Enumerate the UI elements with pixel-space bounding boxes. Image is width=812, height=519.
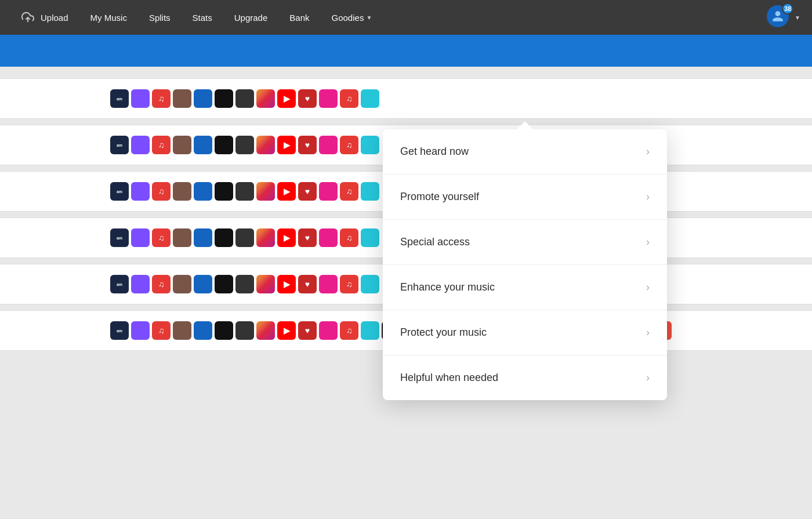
platform-icon-yt: ▶ [277, 182, 296, 201]
platform-icon-amazon: am [110, 136, 129, 154]
avatar-container[interactable]: 38 [767, 5, 791, 30]
platform-icons: am ♫ ▶ ♥ ♫ [110, 89, 379, 108]
platform-icon-beat [215, 275, 233, 293]
platform-icon-beat [215, 321, 233, 340]
platform-icon-k2 [361, 89, 379, 108]
dropdown-item-helpful-when-needed[interactable]: Helpful when needed › [383, 355, 667, 400]
dropdown-arrow [517, 121, 533, 129]
goodies-label: Goodies [332, 13, 364, 23]
platform-icon-mix [173, 182, 191, 201]
platform-icon-amazon: am [110, 182, 129, 201]
dropdown-item-special-access[interactable]: Special access › [383, 220, 667, 265]
platform-icon-apple: ♫ [152, 182, 171, 201]
platform-icon-insta [256, 136, 275, 154]
dropdown-chevron-icon: › [646, 236, 650, 248]
platform-icon-k1 [319, 321, 338, 340]
platform-icon-amazon: am [110, 228, 129, 247]
dropdown-item-protect-your-music[interactable]: Protect your music › [383, 310, 667, 355]
main-content: am ♫ ▶ ♥ ♫ am ♫ [0, 67, 812, 519]
dropdown-item-label: Enhance your music [400, 281, 495, 293]
platform-icon-apple2: ♫ [340, 89, 358, 108]
upload-nav-item[interactable]: Upload [12, 5, 77, 30]
dropdown-item-label: Special access [400, 236, 470, 248]
blue-banner [0, 35, 812, 67]
splits-nav-item[interactable]: Splits [141, 8, 179, 27]
platform-icon-k2 [361, 228, 379, 247]
platform-icon-yt: ▶ [277, 321, 296, 340]
platform-icon-mix [173, 228, 191, 247]
goodies-dropdown-menu: Get heard now › Promote yourself › Speci… [383, 129, 667, 400]
stats-label: Stats [193, 13, 212, 23]
platform-icon-yt: ▶ [277, 136, 296, 154]
platform-icon-dark2 [235, 136, 254, 154]
platform-icon-k2 [361, 321, 379, 340]
dropdown-item-promote-yourself[interactable]: Promote yourself › [383, 175, 667, 220]
stats-nav-item[interactable]: Stats [184, 8, 220, 27]
my-music-label: My Music [90, 13, 127, 23]
dropdown-chevron-icon: › [646, 372, 650, 384]
platform-icon-sc [131, 182, 150, 201]
platform-icon-mix [173, 136, 191, 154]
platform-icon-apple: ♫ [152, 275, 171, 293]
dropdown-item-label: Get heard now [400, 146, 469, 158]
dropdown-chevron-icon: › [646, 281, 650, 293]
platform-icon-dark5 [235, 275, 254, 293]
platform-icon-beat [215, 182, 233, 201]
platform-icon-ih: ♥ [298, 228, 317, 247]
dropdown-item-label: Promote yourself [400, 191, 479, 203]
platform-icon-amazon: am [110, 321, 129, 340]
platform-icon-band [194, 136, 212, 154]
platform-icon-k1 [319, 182, 338, 201]
dropdown-chevron-icon: › [646, 146, 650, 158]
goodies-chevron-icon: ▼ [366, 14, 372, 21]
upgrade-label: Upgrade [234, 13, 268, 23]
platform-icon-band [194, 228, 212, 247]
avatar-nav-wrapper[interactable]: 38 ▼ [762, 5, 800, 30]
platform-icon-beat [215, 136, 233, 154]
platform-icon-sc [131, 89, 150, 108]
platform-icon-k2 [361, 182, 379, 201]
platform-icon-band [194, 321, 212, 340]
avatar-badge: 38 [782, 3, 793, 14]
platform-icon-ih: ♥ [298, 89, 317, 108]
platform-icon-apple2: ♫ [340, 228, 358, 247]
platform-icon-sc [131, 321, 150, 340]
bank-nav-item[interactable]: Bank [281, 8, 317, 27]
platform-icon-amazon: am [110, 89, 129, 108]
avatar-chevron-icon: ▼ [795, 14, 800, 21]
upload-icon [20, 9, 36, 26]
goodies-nav-item[interactable]: Goodies ▼ [324, 8, 380, 27]
platform-icon-apple2: ♫ [340, 321, 358, 340]
platform-icon-band [194, 182, 212, 201]
platform-icon-yt: ▶ [277, 275, 296, 293]
platform-icon-dark4 [235, 228, 254, 247]
upgrade-nav-item[interactable]: Upgrade [226, 8, 276, 27]
platform-icon-insta [256, 275, 275, 293]
platform-icon-k1 [319, 275, 338, 293]
dropdown-item-label: Protect your music [400, 326, 487, 339]
platform-icon-sc [131, 275, 150, 293]
platform-icon-apple: ♫ [152, 89, 171, 108]
upload-label: Upload [41, 13, 68, 23]
platform-icon-apple: ♫ [152, 228, 171, 247]
platform-icon-insta [256, 228, 275, 247]
platform-icon-dark6 [235, 321, 254, 340]
platform-icon-k1 [319, 136, 338, 154]
platform-icon-apple2: ♫ [340, 136, 358, 154]
dropdown-item-get-heard-now[interactable]: Get heard now › [383, 129, 667, 175]
platform-icon-k1 [319, 89, 338, 108]
platform-icon-mix [173, 275, 191, 293]
platform-icon-ih: ♥ [298, 136, 317, 154]
my-music-nav-item[interactable]: My Music [82, 8, 135, 27]
platform-icon-mix [173, 89, 191, 108]
platform-icon-insta [256, 89, 275, 108]
platform-icon-band [194, 275, 212, 293]
platform-icon-insta [256, 182, 275, 201]
platform-icon-beat [215, 89, 233, 108]
platform-icon-apple2: ♫ [340, 182, 358, 201]
dropdown-item-enhance-your-music[interactable]: Enhance your music › [383, 265, 667, 310]
platform-icon-ih: ♥ [298, 182, 317, 201]
platform-icon-sc [131, 228, 150, 247]
platform-icon-k2 [361, 275, 379, 293]
platform-icon-dark3 [235, 182, 254, 201]
